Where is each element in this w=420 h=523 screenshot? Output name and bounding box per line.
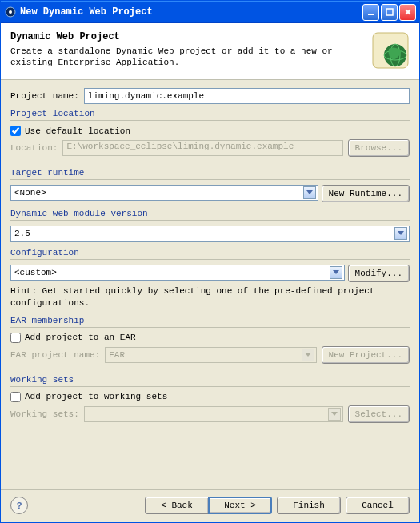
configuration-group: Configuration <custom> Modify... Hint: G… (10, 248, 410, 311)
module-version-select[interactable]: 2.5 (10, 226, 410, 242)
location-label: Location: (10, 143, 58, 153)
banner-description: Create a standalone Dynamic Web project … (10, 46, 365, 69)
working-sets-select (84, 406, 343, 422)
chevron-down-icon (302, 349, 314, 361)
module-version-title: Dynamic web module version (10, 209, 410, 221)
project-location-title: Project location (10, 109, 410, 121)
cancel-button[interactable]: Cancel (346, 497, 410, 514)
new-runtime-button[interactable]: New Runtime... (322, 185, 410, 202)
add-to-ear-checkbox[interactable]: Add project to an EAR (10, 333, 410, 343)
ear-project-name-select: EAR (105, 347, 316, 363)
banner: Dynamic Web Project Create a standalone … (1, 23, 419, 80)
svg-marker-14 (331, 412, 338, 416)
add-to-working-sets-label: Add project to working sets (25, 392, 167, 401)
chevron-down-icon (328, 408, 341, 421)
project-name-input[interactable] (84, 88, 410, 104)
close-button[interactable] (399, 4, 416, 21)
select-working-sets-button: Select... (348, 405, 410, 423)
footer: ? < Back Next > Finish Cancel (1, 489, 419, 522)
working-sets-label: Working sets: (10, 409, 79, 419)
use-default-location-checkbox[interactable]: Use default location (10, 126, 410, 136)
target-runtime-select[interactable]: <None> (10, 185, 318, 201)
new-ear-project-button: New Project... (322, 346, 410, 364)
add-to-working-sets-input[interactable] (10, 392, 21, 402)
use-default-location-input[interactable] (10, 126, 21, 136)
banner-title: Dynamic Web Project (10, 31, 365, 42)
ear-title: EAR membership (10, 316, 410, 328)
titlebar: New Dynamic Web Project (1, 1, 419, 23)
add-to-ear-input[interactable] (10, 333, 21, 343)
minimize-button[interactable] (362, 4, 379, 21)
svg-marker-10 (306, 190, 313, 194)
modify-button[interactable]: Modify... (348, 265, 410, 282)
project-name-label: Project name: (10, 91, 79, 101)
configuration-value: <custom> (14, 268, 57, 277)
chevron-down-icon[interactable] (303, 186, 316, 199)
chevron-down-icon[interactable] (394, 227, 407, 240)
svg-marker-11 (398, 231, 404, 235)
window-title: New Dynamic Web Project (20, 6, 361, 18)
configuration-select[interactable]: <custom> (10, 265, 345, 281)
configuration-hint: Hint: Get started quickly by selecting o… (10, 285, 410, 309)
add-to-ear-label: Add project to an EAR (25, 333, 136, 342)
svg-marker-12 (333, 270, 339, 274)
add-to-working-sets-checkbox[interactable]: Add project to working sets (10, 392, 410, 402)
target-runtime-group: Target runtime <None> New Runtime... (10, 168, 410, 204)
chevron-down-icon[interactable] (330, 266, 342, 279)
module-version-value: 2.5 (14, 229, 30, 238)
module-version-group: Dynamic web module version 2.5 (10, 209, 410, 243)
working-sets-title: Working sets (10, 375, 410, 387)
configuration-title: Configuration (10, 248, 410, 260)
working-sets-group: Working sets Add project to working sets… (10, 375, 410, 429)
svg-point-1 (9, 10, 12, 14)
project-location-group: Project location Use default location Lo… (10, 109, 410, 163)
browse-button: Browse... (348, 139, 410, 157)
globe-icon (371, 31, 410, 70)
back-button[interactable]: < Back (145, 497, 209, 514)
target-runtime-title: Target runtime (10, 168, 410, 180)
svg-marker-13 (305, 353, 311, 357)
next-button[interactable]: Next > (208, 497, 272, 514)
svg-rect-3 (386, 9, 393, 15)
ear-membership-group: EAR membership Add project to an EAR EAR… (10, 316, 410, 370)
ear-project-name-value: EAR (109, 350, 125, 360)
svg-rect-2 (368, 14, 374, 15)
use-default-location-label: Use default location (25, 126, 130, 136)
target-runtime-value: <None> (14, 188, 46, 198)
finish-button[interactable]: Finish (277, 497, 341, 514)
help-icon[interactable]: ? (10, 497, 28, 514)
location-input: E:\workspace_eclipse\liming.dynamic.exam… (62, 140, 342, 156)
app-icon (4, 6, 17, 18)
dialog-window: New Dynamic Web Project Dynamic Web Proj… (0, 0, 420, 523)
ear-project-name-label: EAR project name: (10, 350, 100, 360)
maximize-button[interactable] (381, 4, 398, 21)
content-area: Project name: Project location Use defau… (1, 80, 419, 489)
